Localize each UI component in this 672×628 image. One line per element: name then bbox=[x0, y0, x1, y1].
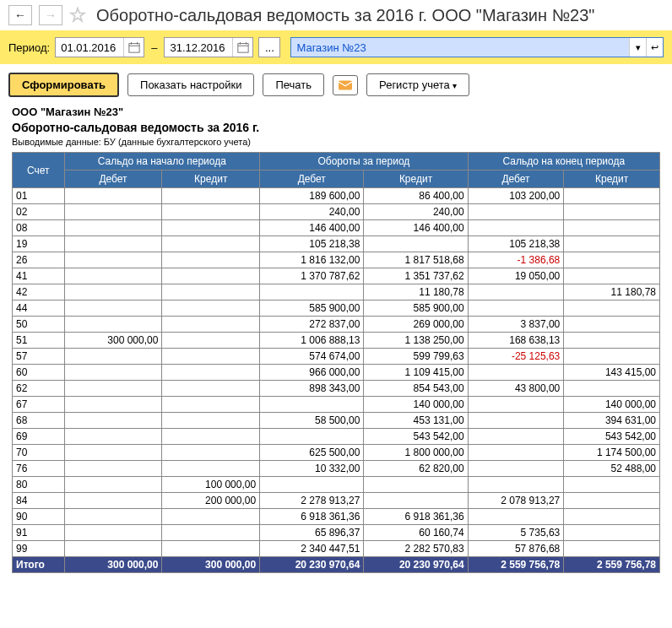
table-cell bbox=[564, 509, 660, 525]
table-cell bbox=[64, 493, 162, 509]
table-cell: 100 000,00 bbox=[162, 477, 260, 493]
table-cell: 58 500,00 bbox=[260, 413, 364, 429]
col-close-debit: Дебет bbox=[468, 171, 564, 188]
table-cell: 01 bbox=[13, 188, 65, 204]
nav-forward-button[interactable]: → bbox=[39, 5, 62, 25]
table-cell bbox=[64, 381, 162, 397]
table-cell: 62 820,00 bbox=[364, 461, 468, 477]
calendar-from-button[interactable] bbox=[123, 38, 144, 57]
table-row[interactable]: 02240,00240,00 bbox=[13, 204, 660, 220]
table-row[interactable]: 7610 332,0062 820,0052 488,00 bbox=[13, 461, 660, 477]
table-row[interactable]: 411 370 787,621 351 737,6219 050,00 bbox=[13, 268, 660, 284]
table-row[interactable]: 992 340 447,512 282 570,8357 876,68 bbox=[13, 541, 660, 557]
col-close-credit: Кредит bbox=[564, 171, 660, 188]
period-picker-button[interactable]: ... bbox=[258, 37, 280, 57]
org-open-button[interactable]: ↩ bbox=[646, 38, 663, 57]
table-cell bbox=[162, 236, 260, 252]
table-row[interactable]: 51300 000,001 006 888,131 138 250,00168 … bbox=[13, 333, 660, 349]
table-cell bbox=[162, 268, 260, 284]
org-field[interactable] bbox=[291, 38, 629, 57]
table-row[interactable]: 44585 900,00585 900,00 bbox=[13, 300, 660, 317]
table-cell: 2 559 756,78 bbox=[564, 557, 660, 573]
table-row[interactable]: 19105 218,38105 218,38 bbox=[13, 236, 660, 252]
print-button[interactable]: Печать bbox=[263, 73, 324, 96]
table-cell bbox=[64, 509, 162, 525]
nav-back-button[interactable]: ← bbox=[8, 5, 32, 25]
table-cell bbox=[162, 333, 260, 349]
table-row[interactable]: 08146 400,00146 400,00 bbox=[13, 220, 660, 236]
table-row[interactable]: 57574 674,00599 799,63-25 125,63 bbox=[13, 349, 660, 365]
table-cell: 65 896,37 bbox=[260, 525, 364, 541]
table-cell: 1 174 500,00 bbox=[564, 445, 660, 461]
table-cell bbox=[162, 188, 260, 204]
table-row[interactable]: 67140 000,00140 000,00 bbox=[13, 397, 660, 413]
table-cell: 146 400,00 bbox=[364, 220, 468, 236]
table-cell: 625 500,00 bbox=[260, 445, 364, 461]
table-row[interactable]: 261 816 132,001 817 518,68-1 386,68 bbox=[13, 252, 660, 268]
table-row[interactable]: 62898 343,00854 543,0043 800,00 bbox=[13, 381, 660, 397]
favorite-icon[interactable] bbox=[69, 7, 86, 24]
table-cell: 1 109 415,00 bbox=[364, 365, 468, 381]
table-row[interactable]: 906 918 361,366 918 361,36 bbox=[13, 509, 660, 525]
table-row[interactable]: 4211 180,7811 180,78 bbox=[13, 284, 660, 300]
table-cell: 585 900,00 bbox=[364, 300, 468, 317]
table-row[interactable]: 69543 542,00543 542,00 bbox=[13, 429, 660, 445]
table-cell bbox=[162, 397, 260, 413]
table-cell: 1 351 737,62 bbox=[364, 268, 468, 284]
table-cell: 105 218,38 bbox=[260, 236, 364, 252]
table-cell: 1 370 787,62 bbox=[260, 268, 364, 284]
table-cell: 103 200,00 bbox=[468, 188, 564, 204]
show-settings-button[interactable]: Показать настройки bbox=[127, 73, 254, 96]
table-row[interactable]: 84200 000,002 278 913,272 078 913,27 bbox=[13, 493, 660, 509]
svg-rect-8 bbox=[339, 80, 352, 89]
table-cell bbox=[260, 477, 364, 493]
table-cell: 3 837,00 bbox=[468, 317, 564, 333]
table-cell bbox=[364, 236, 468, 252]
calendar-to-button[interactable] bbox=[232, 38, 252, 57]
table-cell bbox=[564, 381, 660, 397]
org-dropdown-button[interactable]: ▾ bbox=[629, 38, 646, 57]
table-cell bbox=[162, 349, 260, 365]
report-org: ООО "Магазин №23" bbox=[12, 106, 660, 118]
table-cell: 300 000,00 bbox=[64, 333, 162, 349]
table-cell bbox=[64, 204, 162, 220]
col-close-balance: Сальдо на конец периода bbox=[468, 153, 659, 171]
table-cell: 57 bbox=[13, 349, 65, 365]
table-cell bbox=[64, 477, 162, 493]
table-cell: 84 bbox=[13, 493, 65, 509]
period-to-field[interactable] bbox=[165, 39, 232, 57]
table-cell bbox=[162, 509, 260, 525]
table-row[interactable]: 9165 896,3760 160,745 735,63 bbox=[13, 525, 660, 541]
table-cell: 19 bbox=[13, 236, 65, 252]
table-row[interactable]: 70625 500,001 800 000,001 174 500,00 bbox=[13, 445, 660, 461]
table-row[interactable]: 6858 500,00453 131,00394 631,00 bbox=[13, 413, 660, 429]
email-button[interactable] bbox=[333, 75, 358, 95]
table-cell: 42 bbox=[13, 284, 65, 300]
table-cell: 599 799,63 bbox=[364, 349, 468, 365]
table-cell: 20 230 970,64 bbox=[260, 557, 364, 573]
calendar-icon bbox=[128, 41, 140, 53]
org-select[interactable]: ▾ ↩ bbox=[290, 37, 664, 57]
table-row[interactable]: 50272 837,00269 000,003 837,00 bbox=[13, 317, 660, 333]
register-button[interactable]: Регистр учета bbox=[366, 73, 469, 96]
table-cell bbox=[564, 541, 660, 557]
table-cell: 76 bbox=[13, 461, 65, 477]
period-from-input[interactable] bbox=[55, 37, 144, 57]
table-row[interactable]: 60966 000,001 109 415,00143 415,00 bbox=[13, 365, 660, 381]
table-cell bbox=[468, 429, 564, 445]
table-cell: 1 816 132,00 bbox=[260, 252, 364, 268]
table-row[interactable]: 01189 600,0086 400,00103 200,00 bbox=[13, 188, 660, 204]
table-cell: 272 837,00 bbox=[260, 317, 364, 333]
table-cell bbox=[564, 252, 660, 268]
table-cell: 44 bbox=[13, 300, 65, 317]
generate-button[interactable]: Сформировать bbox=[8, 73, 119, 97]
table-cell bbox=[564, 188, 660, 204]
period-from-field[interactable] bbox=[56, 39, 123, 57]
table-cell: 543 542,00 bbox=[364, 429, 468, 445]
table-cell: 240,00 bbox=[364, 204, 468, 220]
table-row[interactable]: 80100 000,00 bbox=[13, 477, 660, 493]
period-to-input[interactable] bbox=[164, 37, 253, 57]
table-cell: 80 bbox=[13, 477, 65, 493]
table-cell bbox=[162, 445, 260, 461]
table-cell: 11 180,78 bbox=[564, 284, 660, 300]
